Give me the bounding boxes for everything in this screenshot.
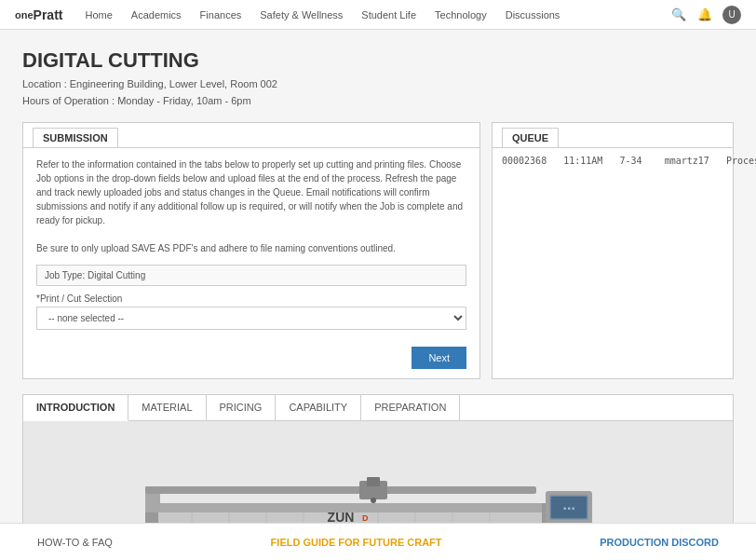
svg-text:D: D bbox=[362, 513, 369, 523]
location-label: Location : bbox=[22, 78, 67, 89]
submission-panel-header: SUBMISSION bbox=[23, 123, 479, 148]
nav-discussions[interactable]: Discussions bbox=[506, 9, 560, 20]
two-col-layout: SUBMISSION Refer to the information cont… bbox=[22, 122, 734, 379]
queue-status: Processing Cut Only bbox=[726, 156, 756, 166]
nav-student-life[interactable]: Student Life bbox=[361, 9, 416, 20]
tab-introduction[interactable]: INTRODUCTION bbox=[23, 395, 128, 421]
tab-material[interactable]: MATERIAL bbox=[128, 395, 206, 420]
logo-large-text: Pratt bbox=[34, 7, 63, 22]
nav-safety[interactable]: Safety & Wellness bbox=[260, 9, 343, 20]
submission-description: Refer to the information contained in th… bbox=[36, 157, 466, 255]
location-value: Engineering Building, Lower Level, Room … bbox=[70, 78, 277, 89]
search-icon[interactable]: 🔍 bbox=[670, 7, 687, 23]
footer-howto[interactable]: HOW-TO & FAQ bbox=[37, 537, 113, 548]
nav-academics[interactable]: Academics bbox=[131, 9, 182, 20]
hours-value: Monday - Friday, 10am - 6pm bbox=[117, 95, 250, 106]
footer-field-guide[interactable]: FIELD GUIDE FOR FUTURE CRAFT bbox=[271, 537, 442, 548]
avatar[interactable]: U bbox=[722, 6, 741, 24]
bottom-footer: HOW-TO & FAQ FIELD GUIDE FOR FUTURE CRAF… bbox=[0, 523, 756, 560]
logo-small-text: one bbox=[15, 9, 34, 20]
queue-time: 11:11AM bbox=[563, 156, 602, 166]
nav-links: Home Academics Finances Safety & Wellnes… bbox=[85, 9, 670, 20]
svg-point-21 bbox=[371, 498, 376, 503]
svg-rect-20 bbox=[367, 477, 380, 486]
footer-discord[interactable]: PRODUCTION DISCORD bbox=[600, 537, 719, 548]
nav-home[interactable]: Home bbox=[85, 9, 112, 20]
queue-id: 00002368 bbox=[502, 156, 547, 166]
job-type-group: Job Type: Digital Cutting bbox=[36, 265, 466, 286]
page-title: DIGITAL CUTTING bbox=[22, 48, 734, 73]
queue-panel: QUEUE 00002368 11:11AM 7-34 mmartz17 Pro… bbox=[492, 122, 734, 379]
submission-panel-body: Refer to the information contained in th… bbox=[23, 148, 479, 378]
page-content: DIGITAL CUTTING Location : Engineering B… bbox=[0, 30, 756, 560]
nav-technology[interactable]: Technology bbox=[435, 9, 487, 20]
queue-panel-header: QUEUE bbox=[493, 123, 733, 148]
top-nav: one Pratt Home Academics Finances Safety… bbox=[0, 0, 756, 30]
nav-finances[interactable]: Finances bbox=[200, 9, 242, 20]
tab-pricing[interactable]: PRICING bbox=[207, 395, 277, 420]
tabs-header: INTRODUCTION MATERIAL PRICING CAPABILITY… bbox=[23, 395, 733, 421]
page-meta: Location : Engineering Building, Lower L… bbox=[22, 76, 734, 109]
queue-tab[interactable]: QUEUE bbox=[502, 128, 559, 147]
print-cut-select[interactable]: -- none selected -- bbox=[36, 307, 466, 330]
tab-preparation[interactable]: PREPARATION bbox=[361, 395, 460, 420]
queue-row: 00002368 11:11AM 7-34 mmartz17 Processin… bbox=[502, 156, 723, 166]
next-button[interactable]: Next bbox=[412, 347, 466, 369]
bell-icon[interactable]: 🔔 bbox=[696, 7, 713, 23]
queue-user: mmartz17 bbox=[665, 156, 709, 166]
job-type-field: Job Type: Digital Cutting bbox=[36, 265, 466, 286]
queue-slot: 7-34 bbox=[619, 156, 641, 166]
nav-icons: 🔍 🔔 U bbox=[670, 6, 741, 24]
svg-rect-18 bbox=[145, 486, 536, 494]
logo: one Pratt bbox=[15, 7, 62, 22]
svg-text:■ ■ ■: ■ ■ ■ bbox=[563, 505, 574, 511]
tab-capability[interactable]: CAPABILITY bbox=[276, 395, 361, 420]
queue-body: 00002368 11:11AM 7-34 mmartz17 Processin… bbox=[493, 148, 733, 175]
hours-label: Hours of Operation : bbox=[22, 95, 115, 106]
print-cut-label: *Print / Cut Selection bbox=[36, 294, 466, 304]
submission-tab[interactable]: SUBMISSION bbox=[33, 128, 118, 147]
print-cut-group: *Print / Cut Selection -- none selected … bbox=[36, 294, 466, 330]
submission-panel: SUBMISSION Refer to the information cont… bbox=[22, 122, 480, 379]
